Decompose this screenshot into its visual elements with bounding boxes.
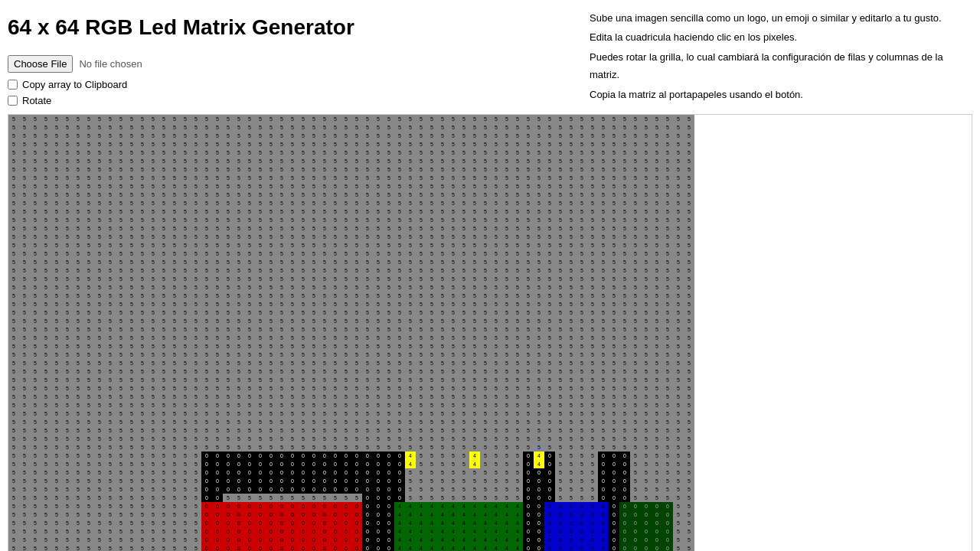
matrix-cell[interactable]: 0 <box>255 527 266 536</box>
matrix-cell[interactable]: 5 <box>512 115 523 123</box>
matrix-cell[interactable]: 0 <box>212 468 223 477</box>
matrix-cell[interactable]: 5 <box>394 224 405 233</box>
matrix-cell[interactable]: 5 <box>459 123 469 132</box>
matrix-cell[interactable]: 5 <box>309 393 319 401</box>
matrix-cell[interactable]: 0 <box>373 519 384 527</box>
matrix-cell[interactable]: 5 <box>501 165 512 174</box>
matrix-cell[interactable]: 5 <box>469 174 480 182</box>
matrix-cell[interactable]: 0 <box>544 527 555 536</box>
matrix-cell[interactable]: 0 <box>523 536 534 544</box>
matrix-cell[interactable]: 5 <box>598 174 609 182</box>
matrix-cell[interactable]: 5 <box>512 157 523 165</box>
matrix-cell[interactable]: 5 <box>512 367 523 376</box>
matrix-cell[interactable]: 5 <box>116 367 126 376</box>
matrix-cell[interactable]: 5 <box>94 350 105 359</box>
matrix-cell[interactable]: 0 <box>255 502 266 510</box>
matrix-cell[interactable]: 5 <box>394 401 405 409</box>
matrix-cell[interactable]: 0 <box>662 536 673 544</box>
matrix-cell[interactable]: 4 <box>491 544 501 551</box>
matrix-cell[interactable]: 5 <box>587 275 598 283</box>
matrix-cell[interactable]: 5 <box>19 115 30 123</box>
matrix-cell[interactable]: 5 <box>512 224 523 233</box>
matrix-cell[interactable]: 5 <box>126 123 137 132</box>
matrix-cell[interactable]: 0 <box>534 494 544 502</box>
matrix-cell[interactable]: 5 <box>426 393 437 401</box>
matrix-cell[interactable]: 5 <box>94 527 105 536</box>
matrix-cell[interactable]: 5 <box>287 300 298 308</box>
matrix-cell[interactable]: 5 <box>287 342 298 350</box>
matrix-cell[interactable]: 5 <box>673 140 684 148</box>
matrix-cell[interactable]: 5 <box>609 308 619 317</box>
matrix-cell[interactable]: 5 <box>180 510 191 519</box>
matrix-cell[interactable]: 0 <box>662 510 673 519</box>
matrix-cell[interactable]: 0 <box>587 544 598 551</box>
matrix-cell[interactable]: 5 <box>62 418 73 426</box>
matrix-cell[interactable]: 0 <box>201 544 212 551</box>
matrix-cell[interactable]: 5 <box>544 342 555 350</box>
matrix-cell[interactable]: 5 <box>255 401 266 409</box>
matrix-cell[interactable]: 5 <box>244 132 255 140</box>
matrix-cell[interactable]: 5 <box>384 334 394 342</box>
matrix-cell[interactable]: 5 <box>544 115 555 123</box>
matrix-cell[interactable]: 5 <box>276 199 287 207</box>
matrix-cell[interactable]: 5 <box>212 443 223 452</box>
matrix-cell[interactable]: 5 <box>30 249 41 258</box>
matrix-cell[interactable]: 5 <box>652 460 662 468</box>
matrix-cell[interactable]: 5 <box>362 199 373 207</box>
matrix-cell[interactable]: 5 <box>501 174 512 182</box>
matrix-cell[interactable]: 5 <box>662 300 673 308</box>
matrix-cell[interactable]: 5 <box>212 317 223 325</box>
matrix-cell[interactable]: 5 <box>598 207 609 216</box>
matrix-cell[interactable]: 5 <box>319 191 330 199</box>
matrix-cell[interactable]: 5 <box>652 308 662 317</box>
matrix-cell[interactable]: 5 <box>244 409 255 418</box>
matrix-cell[interactable]: 5 <box>105 258 116 266</box>
matrix-cell[interactable]: 5 <box>148 115 158 123</box>
matrix-cell[interactable]: 5 <box>255 325 266 334</box>
matrix-cell[interactable]: 4 <box>405 544 416 551</box>
matrix-cell[interactable]: 0 <box>384 519 394 527</box>
matrix-cell[interactable]: 5 <box>555 376 566 384</box>
matrix-cell[interactable]: 5 <box>673 443 684 452</box>
matrix-cell[interactable]: 0 <box>523 494 534 502</box>
matrix-cell[interactable]: 5 <box>341 157 351 165</box>
matrix-cell[interactable]: 4 <box>437 527 448 536</box>
matrix-cell[interactable]: 5 <box>512 477 523 485</box>
matrix-cell[interactable]: 5 <box>116 342 126 350</box>
matrix-cell[interactable]: 5 <box>19 325 30 334</box>
matrix-cell[interactable]: 0 <box>287 468 298 477</box>
matrix-cell[interactable]: 5 <box>94 376 105 384</box>
matrix-cell[interactable]: 5 <box>480 174 491 182</box>
matrix-cell[interactable]: 5 <box>512 418 523 426</box>
matrix-cell[interactable]: 5 <box>41 367 51 376</box>
matrix-cell[interactable]: 5 <box>598 334 609 342</box>
matrix-cell[interactable]: 5 <box>630 401 641 409</box>
matrix-cell[interactable]: 0 <box>341 536 351 544</box>
matrix-cell[interactable]: 5 <box>684 393 694 401</box>
matrix-cell[interactable]: 5 <box>319 350 330 359</box>
matrix-cell[interactable]: 5 <box>51 266 62 275</box>
matrix-cell[interactable]: 5 <box>609 207 619 216</box>
matrix-cell[interactable]: 5 <box>630 334 641 342</box>
matrix-cell[interactable]: 5 <box>137 241 148 249</box>
matrix-cell[interactable]: 5 <box>641 199 652 207</box>
matrix-cell[interactable]: 5 <box>298 409 309 418</box>
matrix-cell[interactable]: 5 <box>491 418 501 426</box>
matrix-cell[interactable]: 5 <box>673 502 684 510</box>
matrix-cell[interactable]: 5 <box>266 275 276 283</box>
matrix-cell[interactable]: 5 <box>180 182 191 191</box>
matrix-cell[interactable]: 5 <box>373 409 384 418</box>
matrix-cell[interactable]: 5 <box>276 174 287 182</box>
matrix-cell[interactable]: 5 <box>191 527 201 536</box>
matrix-cell[interactable]: 0 <box>223 468 234 477</box>
matrix-cell[interactable]: 5 <box>587 224 598 233</box>
matrix-cell[interactable]: 5 <box>641 443 652 452</box>
matrix-cell[interactable]: 5 <box>8 148 19 157</box>
matrix-cell[interactable]: 5 <box>255 494 266 502</box>
matrix-cell[interactable]: 5 <box>630 216 641 224</box>
matrix-cell[interactable]: 5 <box>169 266 180 275</box>
matrix-cell[interactable]: 5 <box>652 418 662 426</box>
matrix-cell[interactable]: 5 <box>180 527 191 536</box>
matrix-cell[interactable]: 5 <box>19 494 30 502</box>
matrix-cell[interactable]: 5 <box>287 123 298 132</box>
